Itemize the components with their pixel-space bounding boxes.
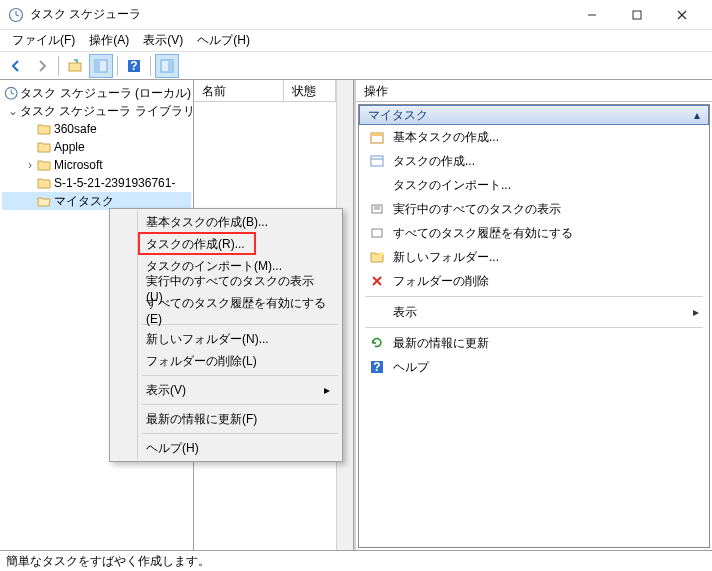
up-icon[interactable]: [63, 54, 87, 78]
action-label: フォルダーの削除: [393, 273, 489, 290]
folder-open-icon: [36, 193, 52, 209]
tree-library[interactable]: ⌄ タスク スケジューラ ライブラリ: [2, 102, 191, 120]
running-icon: [369, 201, 385, 217]
actions-header[interactable]: マイタスク ▴: [359, 105, 709, 125]
cm-label: ヘルプ(H): [146, 440, 199, 457]
folder-icon: [36, 121, 52, 137]
cm-separator: [142, 433, 338, 434]
svg-rect-9: [95, 60, 100, 72]
tree-label: タスク スケジューラ ライブラリ: [20, 103, 194, 120]
show-hide-action-pane-button[interactable]: [155, 54, 179, 78]
forward-button[interactable]: [30, 54, 54, 78]
task-basic-icon: [369, 129, 385, 145]
svg-text:?: ?: [373, 360, 380, 374]
show-hide-console-tree-button[interactable]: [89, 54, 113, 78]
submenu-arrow-icon: ▸: [693, 305, 699, 319]
cm-refresh[interactable]: 最新の情報に更新(F): [112, 408, 340, 430]
main-area: タスク スケジューラ (ローカル) ⌄ タスク スケジューラ ライブラリ 360…: [0, 80, 712, 550]
cm-separator: [142, 375, 338, 376]
action-refresh[interactable]: 最新の情報に更新: [359, 331, 709, 355]
cm-help[interactable]: ヘルプ(H): [112, 437, 340, 459]
cm-label: フォルダーの削除(L): [146, 353, 257, 370]
action-label: 実行中のすべてのタスクの表示: [393, 201, 561, 218]
tree-item-sid[interactable]: S-1-5-21-2391936761-: [2, 174, 191, 192]
refresh-icon: [369, 335, 385, 351]
close-button[interactable]: [659, 1, 704, 29]
window-title: タスク スケジューラ: [30, 6, 569, 23]
action-enable-history[interactable]: すべてのタスク履歴を有効にする: [359, 221, 709, 245]
cm-label: すべてのタスク履歴を有効にする(E): [146, 295, 330, 326]
back-button[interactable]: [4, 54, 28, 78]
title-bar: タスク スケジューラ: [0, 0, 712, 30]
cm-create-basic-task[interactable]: 基本タスクの作成(B)...: [112, 211, 340, 233]
status-bar: 簡単なタスクをすばやく作成します。: [0, 550, 712, 571]
action-help[interactable]: ? ヘルプ: [359, 355, 709, 379]
clock-icon: [4, 85, 18, 101]
svg-rect-7: [69, 63, 81, 71]
folder-icon: [36, 139, 52, 155]
expand-icon[interactable]: ›: [24, 158, 36, 172]
action-create-basic-task[interactable]: 基本タスクの作成...: [359, 125, 709, 149]
svg-rect-21: [371, 133, 383, 136]
cm-create-task[interactable]: タスクの作成(R)...: [112, 233, 340, 255]
tree-item-microsoft[interactable]: › Microsoft: [2, 156, 191, 174]
col-name[interactable]: 名前: [194, 80, 284, 101]
action-view[interactable]: 表示 ▸: [359, 300, 709, 324]
cm-separator: [142, 404, 338, 405]
action-label: ヘルプ: [393, 359, 429, 376]
tree-item-360safe[interactable]: 360safe: [2, 120, 191, 138]
view-icon: [369, 304, 385, 320]
collapse-icon[interactable]: ▴: [694, 108, 700, 122]
cm-view[interactable]: 表示(V)▸: [112, 379, 340, 401]
svg-line-16: [11, 93, 14, 94]
tree-label: S-1-5-21-2391936761-: [54, 176, 175, 190]
action-separator: [365, 296, 703, 297]
task-icon: [369, 153, 385, 169]
help-icon[interactable]: ?: [122, 54, 146, 78]
action-delete-folder[interactable]: フォルダーの削除: [359, 269, 709, 293]
toolbar-separator: [58, 56, 59, 76]
col-state[interactable]: 状態: [284, 80, 336, 101]
collapse-icon[interactable]: ⌄: [8, 104, 18, 118]
menu-view[interactable]: 表示(V): [137, 30, 189, 51]
svg-rect-27: [372, 229, 382, 237]
import-icon: [369, 177, 385, 193]
app-icon: [8, 7, 24, 23]
actions-header-text: マイタスク: [368, 107, 428, 124]
folder-icon: [36, 157, 52, 173]
actions-panel: 操作 マイタスク ▴ 基本タスクの作成... タスクの作成... タスクのインポ…: [354, 80, 712, 550]
new-folder-icon: [369, 249, 385, 265]
action-label: 基本タスクの作成...: [393, 129, 499, 146]
list-headers: 名前 状態: [194, 80, 336, 102]
svg-rect-22: [371, 156, 383, 166]
svg-line-2: [16, 15, 19, 16]
minimize-button[interactable]: [569, 1, 614, 29]
action-label: タスクの作成...: [393, 153, 475, 170]
help-icon: ?: [369, 359, 385, 375]
menu-file[interactable]: ファイル(F): [6, 30, 81, 51]
toolbar-separator: [150, 56, 151, 76]
folder-icon: [36, 175, 52, 191]
cm-delete-folder[interactable]: フォルダーの削除(L): [112, 350, 340, 372]
svg-rect-13: [168, 60, 173, 72]
svg-text:?: ?: [130, 59, 137, 73]
menu-help[interactable]: ヘルプ(H): [191, 30, 256, 51]
cm-new-folder[interactable]: 新しいフォルダー(N)...: [112, 328, 340, 350]
tree-label: Apple: [54, 140, 85, 154]
action-create-task[interactable]: タスクの作成...: [359, 149, 709, 173]
action-show-running[interactable]: 実行中のすべてのタスクの表示: [359, 197, 709, 221]
action-label: 表示: [393, 304, 417, 321]
menu-action[interactable]: 操作(A): [83, 30, 135, 51]
tree-item-apple[interactable]: Apple: [2, 138, 191, 156]
maximize-button[interactable]: [614, 1, 659, 29]
history-icon: [369, 225, 385, 241]
action-label: タスクのインポート...: [393, 177, 511, 194]
tree-label: マイタスク: [54, 193, 114, 210]
cm-label: 基本タスクの作成(B)...: [146, 214, 268, 231]
action-new-folder[interactable]: 新しいフォルダー...: [359, 245, 709, 269]
cm-enable-history[interactable]: すべてのタスク履歴を有効にする(E): [112, 299, 340, 321]
cm-label: タスクの作成(R)...: [146, 236, 245, 253]
action-import-task[interactable]: タスクのインポート...: [359, 173, 709, 197]
tree-root[interactable]: タスク スケジューラ (ローカル): [2, 84, 191, 102]
tree-label: タスク スケジューラ (ローカル): [20, 85, 191, 102]
